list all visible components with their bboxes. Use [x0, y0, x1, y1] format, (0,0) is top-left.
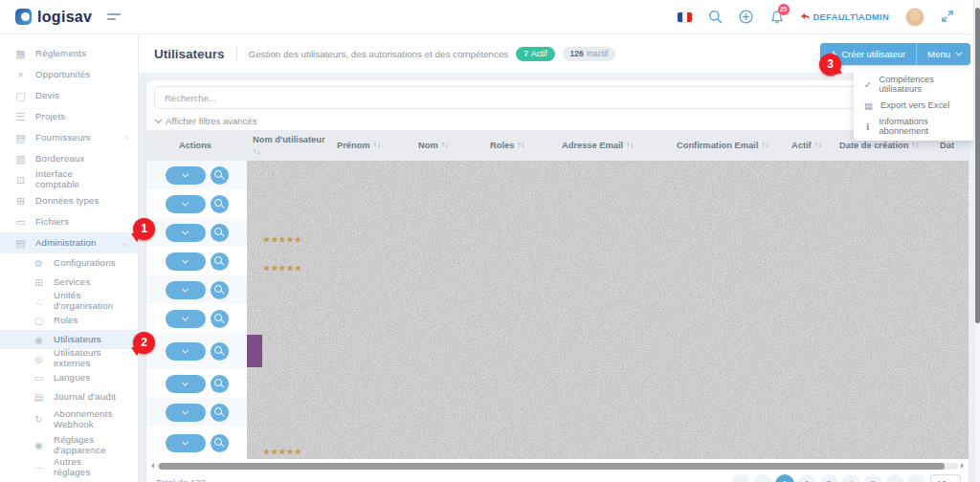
sort-icon[interactable]: ↑↓ [373, 141, 381, 149]
row-actions-dropdown-button[interactable] [166, 252, 206, 271]
sidebar-item-journal-audit[interactable]: ▤ Journal d'audit [0, 387, 138, 406]
sidebar-item-opportunites[interactable]: × Opportunités [0, 64, 138, 85]
sidebar-item-fichiers[interactable]: ▭ Fichiers [0, 211, 138, 232]
page-button[interactable]: » [907, 474, 926, 482]
menu-button[interactable]: Menu [916, 43, 970, 65]
row-view-button[interactable] [211, 342, 229, 361]
page-button[interactable]: 3 [819, 474, 838, 482]
sort-icon[interactable]: ↑↓ [626, 141, 634, 149]
page-button[interactable]: 5 [863, 474, 882, 482]
row-view-button[interactable] [211, 281, 229, 299]
chevron-icon: ⌄ [122, 238, 128, 248]
page-button[interactable]: « [731, 474, 750, 482]
avatar[interactable] [905, 8, 924, 27]
sidebar-item-label: Autres réglages [54, 457, 120, 477]
rating-stars: ★★★★★ [263, 235, 302, 244]
sidebar-item-label: Opportunités [35, 70, 90, 80]
page-button[interactable]: ‹ [753, 474, 772, 482]
page-button[interactable]: 4 [841, 474, 860, 482]
row-actions-dropdown-button[interactable] [166, 224, 206, 242]
chevron-down-icon [182, 228, 189, 234]
row-actions-dropdown-button[interactable] [166, 166, 206, 185]
sidebar-item-langues[interactable]: ▭ Langues [0, 368, 138, 387]
hamburger-icon[interactable] [107, 13, 121, 20]
bell-icon[interactable]: 25 [769, 10, 784, 24]
sidebar-item-administration[interactable]: ▤ Administration ⌄ [0, 232, 138, 253]
column-header[interactable]: Actif ↑↓ [786, 141, 834, 151]
scrollbar-thumb[interactable] [975, 8, 980, 323]
sort-icon[interactable]: ↑↓ [441, 141, 449, 149]
sidebar-item-utilisateurs-externes[interactable]: ◎ Utilisateurs externes [0, 349, 138, 368]
french-flag-icon[interactable] [678, 12, 692, 22]
sidebar-item-autres-reglages[interactable]: ⋯ Autres réglages [0, 458, 138, 477]
row-view-button[interactable] [211, 310, 229, 328]
sidebar-item-projets[interactable]: ☰ Projets [0, 106, 138, 127]
sidebar-item-unites-organisation[interactable]: ∴ Unités d'organisation [0, 292, 138, 311]
row-actions-dropdown-button[interactable] [166, 434, 206, 452]
table-horizontal-scrollbar[interactable] [148, 462, 967, 470]
sidebar-item-services[interactable]: ⊞ Services [0, 273, 138, 292]
sidebar-item-reglements[interactable]: ▦ Règlements [0, 43, 138, 64]
scroll-right-arrow-icon[interactable] [961, 463, 967, 469]
column-header[interactable]: Confirmation Email ↑↓ [671, 141, 786, 151]
column-header[interactable]: Adresse Email ↑↓ [556, 141, 671, 151]
column-header[interactable]: Prénom ↑↓ [331, 141, 412, 151]
row-view-button[interactable] [211, 224, 229, 242]
scroll-left-arrow-icon[interactable] [148, 463, 154, 469]
advanced-filters-toggle[interactable]: Afficher filtres avancés [156, 116, 256, 126]
row-view-button[interactable] [211, 166, 229, 185]
row-view-button[interactable] [211, 375, 229, 393]
scrollbar-thumb[interactable] [159, 463, 945, 470]
sort-icon[interactable]: ↑↓ [761, 141, 768, 149]
menu-item[interactable]: ℹ Informations abonnement [854, 116, 975, 137]
expand-icon[interactable] [941, 10, 955, 24]
row-actions-dropdown-button[interactable] [166, 310, 206, 328]
column-header[interactable]: Date de création ↑↓ [834, 141, 934, 151]
sidebar-item-devis[interactable]: ▢ Devis [0, 85, 138, 106]
sidebar-item-interface-comptable[interactable]: ⊡ Interface comptable [0, 169, 138, 190]
page-button[interactable]: › [885, 474, 904, 482]
sidebar-item-utilisateurs[interactable]: ◉ Utilisateurs [0, 330, 138, 349]
column-header[interactable]: Dat [934, 141, 969, 151]
search-input[interactable] [154, 86, 961, 109]
sort-icon[interactable]: ↑↓ [911, 141, 919, 149]
magnifier-icon [214, 438, 222, 446]
sort-icon[interactable]: ↑↓ [517, 141, 524, 149]
column-header[interactable]: Actions [146, 141, 247, 151]
column-header[interactable]: Roles ↑↓ [484, 141, 556, 151]
row-actions-dropdown-button[interactable] [166, 342, 206, 361]
column-header[interactable]: Nom d'utilisateur ↑↓ [247, 135, 331, 157]
sidebar-item-roles[interactable]: ▢ Roles [0, 311, 138, 330]
page-size-select[interactable]: 10 [930, 474, 961, 482]
menu-item[interactable]: ▤ Export vers Excel [854, 95, 975, 116]
chevron-down-icon [182, 199, 189, 206]
sidebar-item-abonnements-webhook[interactable]: ↻ Abonnements Webhook [0, 406, 138, 432]
search-icon[interactable] [708, 10, 723, 24]
logo[interactable]: logisav [0, 9, 92, 26]
page-button[interactable]: 1 [775, 474, 794, 482]
row-actions-dropdown-button[interactable] [166, 281, 206, 299]
page-button[interactable]: 2 [797, 474, 816, 482]
current-user-label: DEFAULT\ADMIN [813, 11, 889, 22]
sidebar-item-icon: ☰ [14, 111, 27, 123]
row-view-button[interactable] [211, 434, 229, 452]
sidebar-item-bordereaux[interactable]: ▥ Bordereaux [0, 148, 138, 169]
sidebar-item-reglages-apparence[interactable]: ◉ Réglages d'apparence [0, 432, 138, 458]
plus-circle-icon[interactable] [739, 10, 753, 24]
row-actions-dropdown-button[interactable] [166, 404, 206, 422]
row-view-button[interactable] [211, 404, 229, 422]
row-actions-dropdown-button[interactable] [166, 195, 206, 213]
sort-icon[interactable]: ↑↓ [814, 141, 822, 149]
chevron-down-icon [182, 438, 189, 445]
column-header[interactable]: Nom ↑↓ [412, 141, 484, 151]
sidebar-item-donnees-types[interactable]: ⊞ Données types [0, 190, 138, 211]
sidebar-item-fournisseurs[interactable]: ▤ Fournisseurs › [0, 127, 138, 148]
row-actions-dropdown-button[interactable] [166, 375, 206, 393]
row-view-button[interactable] [211, 252, 229, 271]
window-vertical-scrollbar[interactable] [973, 0, 980, 482]
menu-item[interactable]: ✓ Compétences utilisateurs [854, 74, 975, 95]
row-view-button[interactable] [211, 195, 229, 213]
current-user[interactable]: DEFAULT\ADMIN [800, 11, 889, 22]
sort-icon[interactable]: ↑↓ [253, 147, 260, 156]
sidebar-item-configurations[interactable]: ⚙ Configurations [0, 253, 138, 273]
